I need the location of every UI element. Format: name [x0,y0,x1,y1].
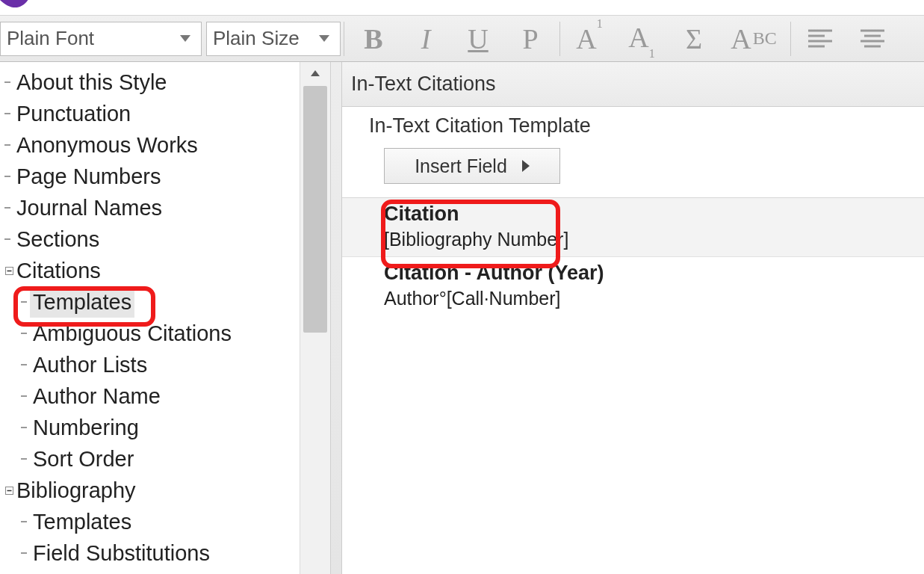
chevron-down-icon [319,35,329,42]
tree-item-label: Numbering [30,412,142,443]
tree-branch-icon [4,96,12,128]
tree-item-punctuation[interactable]: Punctuation [0,98,301,129]
size-combo-value: Plain Size [213,27,300,50]
tree-branch-icon [21,348,28,379]
template-editor[interactable]: Citation[Bibliography Number]Citation - … [342,197,924,315]
tree-item-label: Ambiguous Citations [30,318,235,349]
tree-item-label: About this Style [13,67,170,98]
tree-branch-icon [21,504,28,536]
tree-item-label: Author Lists [30,349,150,380]
panel-header: In-Text Citations [342,62,924,107]
menu-bar: — — ——— —— — —— — [0,0,924,15]
tree-item-anonymous-works[interactable]: Anonymous Works [0,129,301,161]
tree-branch-icon [21,410,28,442]
tree-item-label: Bibliography [13,475,139,506]
tree-item-label: Sort Order [30,443,137,475]
tree-item-label: Templates [30,286,134,318]
font-combo[interactable]: Plain Font [0,22,202,56]
tree-item-author-name[interactable]: Author Name [0,380,301,412]
tree-item-field-substitutions[interactable]: Field Substitutions [0,537,301,569]
tree-item-templates[interactable]: Templates [0,506,301,537]
scrollbar-thumb[interactable] [303,86,327,333]
sidebar: About this StylePunctuationAnonymous Wor… [0,62,331,574]
tree-item-author-lists[interactable]: Author Lists [0,349,301,380]
insert-field-button[interactable]: Insert Field [384,148,560,184]
citation-template-block[interactable]: Citation[Bibliography Number] [342,198,924,257]
subscript-button[interactable]: A1 [616,16,668,61]
collapse-icon[interactable] [4,267,13,275]
tree-branch-icon [4,222,12,253]
triangle-right-icon [522,160,530,172]
tree-branch-icon [21,316,28,348]
chevron-down-icon [180,35,190,42]
tree-item-templates[interactable]: Templates [0,286,301,318]
align-center-button[interactable] [846,16,899,61]
tree-item-label: Author Name [30,380,164,412]
tree-branch-icon [21,379,28,410]
panel-gutter [331,62,342,574]
tree-branch-icon [21,442,28,473]
editor-panel: In-Text Citations In-Text Citation Templ… [342,62,924,574]
citation-block-heading: Citation [384,203,924,226]
tree-item-sort-order[interactable]: Sort Order [0,443,301,475]
tree-branch-icon [21,285,28,316]
tree-item-label: Journal Names [13,192,165,223]
tree-item-label: Anonymous Works [13,129,201,161]
smallcaps-button[interactable]: ABC [720,16,787,61]
style-tree[interactable]: About this StylePunctuationAnonymous Wor… [0,62,301,574]
tree-item-bibliography[interactable]: Bibliography [0,475,301,506]
citation-block-body[interactable]: [Bibliography Number] [384,229,924,250]
tree-item-label: Page Numbers [13,161,164,192]
plain-button[interactable]: P [504,16,556,61]
superscript-button[interactable]: A1 [563,16,616,61]
citation-block-body[interactable]: Author°[Call·Number] [384,288,924,309]
tree-item-label: Field Substitutions [30,537,213,569]
separator [790,22,791,56]
tree-branch-icon [4,128,12,159]
tree-item-journal-names[interactable]: Journal Names [0,192,301,223]
tree-branch-icon [21,536,28,567]
tree-item-sections[interactable]: Sections [0,223,301,255]
citation-template-block[interactable]: Citation - Author (Year)Author°[Call·Num… [342,257,924,315]
bold-button[interactable]: B [347,16,400,61]
tree-item-label: Templates [30,506,134,537]
symbol-button[interactable]: Σ [668,16,720,61]
tree-item-numbering[interactable]: Numbering [0,412,301,443]
tree-item-citations[interactable]: Citations [0,255,301,286]
formatting-toolbar: Plain Font Plain Size B I U P A1 A1 Σ AB… [0,15,924,62]
size-combo[interactable]: Plain Size [206,22,341,56]
tree-item-ambiguous-citations[interactable]: Ambiguous Citations [0,318,301,349]
tree-branch-icon [4,65,12,96]
separator [344,22,344,56]
italic-button[interactable]: I [400,16,452,61]
collapse-icon[interactable] [4,487,13,495]
tree-item-page-numbers[interactable]: Page Numbers [0,161,301,192]
align-left-button[interactable] [794,16,846,61]
tree-branch-icon [4,159,12,191]
tree-item-label: Citations [13,255,104,286]
tree-item-label: Punctuation [13,98,134,129]
panel-subheader: In-Text Citation Template [342,107,924,148]
scroll-up-button[interactable] [300,62,330,84]
underline-button[interactable]: U [452,16,504,61]
tree-item-label: Sections [13,223,102,255]
tree-branch-icon [4,191,12,222]
app-logo-fragment [0,0,30,15]
font-combo-value: Plain Font [7,27,94,50]
tree-item-about-this-style[interactable]: About this Style [0,67,301,98]
scrollbar[interactable] [300,62,330,574]
citation-block-heading: Citation - Author (Year) [384,262,924,285]
separator [559,22,560,56]
